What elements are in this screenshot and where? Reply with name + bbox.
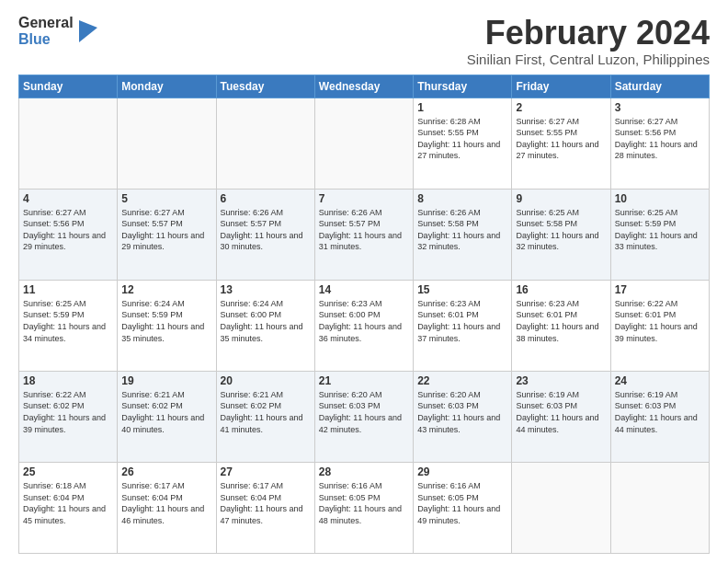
day-number: 20 [221,374,311,387]
day-info: Sunrise: 6:20 AMSunset: 6:03 PMDaylight:… [417,389,507,435]
day-number: 2 [516,101,606,114]
table-cell: 28Sunrise: 6:16 AMSunset: 6:05 PMDayligh… [314,462,413,553]
day-info: Sunrise: 6:27 AMSunset: 5:56 PMDaylight:… [23,207,113,253]
day-number: 25 [23,465,113,478]
day-number: 4 [23,192,113,205]
day-number: 19 [121,374,211,387]
day-info: Sunrise: 6:16 AMSunset: 6:05 PMDaylight:… [417,480,507,526]
calendar-table: Sunday Monday Tuesday Wednesday Thursday… [18,75,710,554]
day-info: Sunrise: 6:21 AMSunset: 6:02 PMDaylight:… [221,389,311,435]
header: General Blue February 2024 Sinilian Firs… [18,15,710,67]
table-cell: 29Sunrise: 6:16 AMSunset: 6:05 PMDayligh… [414,462,512,553]
table-cell: 19Sunrise: 6:21 AMSunset: 6:02 PMDayligh… [118,371,216,462]
table-cell: 7Sunrise: 6:26 AMSunset: 5:57 PMDaylight… [314,189,413,280]
col-header-tuesday: Tuesday [216,75,314,98]
day-info: Sunrise: 6:25 AMSunset: 5:59 PMDaylight:… [23,298,113,344]
day-number: 29 [417,465,507,478]
logo-general: General [18,15,74,31]
day-info: Sunrise: 6:18 AMSunset: 6:04 PMDaylight:… [23,480,113,526]
day-info: Sunrise: 6:17 AMSunset: 6:04 PMDaylight:… [121,480,211,526]
day-number: 3 [615,101,705,114]
day-info: Sunrise: 6:20 AMSunset: 6:03 PMDaylight:… [319,389,409,435]
table-cell: 5Sunrise: 6:27 AMSunset: 5:57 PMDaylight… [118,189,216,280]
table-cell: 1Sunrise: 6:28 AMSunset: 5:55 PMDaylight… [414,98,512,189]
day-number: 12 [121,283,211,296]
table-cell [314,98,413,189]
day-info: Sunrise: 6:27 AMSunset: 5:57 PMDaylight:… [121,207,211,253]
table-cell: 15Sunrise: 6:23 AMSunset: 6:01 PMDayligh… [414,280,512,371]
col-header-monday: Monday [118,75,216,98]
logo-blue: Blue [18,31,74,48]
day-info: Sunrise: 6:24 AMSunset: 6:00 PMDaylight:… [221,298,311,344]
table-cell: 17Sunrise: 6:22 AMSunset: 6:01 PMDayligh… [610,280,709,371]
svg-marker-0 [79,20,97,42]
logo-text: General Blue [18,15,74,47]
table-cell: 27Sunrise: 6:17 AMSunset: 6:04 PMDayligh… [216,462,314,553]
title-block: February 2024 Sinilian First, Central Lu… [467,15,710,67]
col-header-saturday: Saturday [610,75,709,98]
page: General Blue February 2024 Sinilian Firs… [0,0,728,563]
day-info: Sunrise: 6:25 AMSunset: 5:59 PMDaylight:… [615,207,705,253]
day-number: 28 [319,465,409,478]
day-number: 21 [319,374,409,387]
day-number: 10 [615,192,705,205]
day-number: 1 [417,101,507,114]
col-header-friday: Friday [512,75,610,98]
table-cell: 18Sunrise: 6:22 AMSunset: 6:02 PMDayligh… [19,371,118,462]
table-cell: 16Sunrise: 6:23 AMSunset: 6:01 PMDayligh… [512,280,610,371]
day-info: Sunrise: 6:19 AMSunset: 6:03 PMDaylight:… [615,389,705,435]
day-number: 9 [516,192,606,205]
day-info: Sunrise: 6:23 AMSunset: 6:01 PMDaylight:… [417,298,507,344]
calendar-header-row: Sunday Monday Tuesday Wednesday Thursday… [19,75,710,98]
table-cell [118,98,216,189]
day-number: 14 [319,283,409,296]
table-cell: 13Sunrise: 6:24 AMSunset: 6:00 PMDayligh… [216,280,314,371]
day-number: 15 [417,283,507,296]
title-month: February 2024 [467,15,710,52]
day-info: Sunrise: 6:22 AMSunset: 6:01 PMDaylight:… [615,298,705,344]
table-cell: 4Sunrise: 6:27 AMSunset: 5:56 PMDaylight… [19,189,118,280]
day-number: 5 [121,192,211,205]
day-number: 24 [615,374,705,387]
table-cell: 10Sunrise: 6:25 AMSunset: 5:59 PMDayligh… [610,189,709,280]
day-number: 7 [319,192,409,205]
table-cell [512,462,610,553]
table-cell: 12Sunrise: 6:24 AMSunset: 5:59 PMDayligh… [118,280,216,371]
table-cell: 9Sunrise: 6:25 AMSunset: 5:58 PMDaylight… [512,189,610,280]
table-cell: 23Sunrise: 6:19 AMSunset: 6:03 PMDayligh… [512,371,610,462]
calendar-week-4: 18Sunrise: 6:22 AMSunset: 6:02 PMDayligh… [19,371,710,462]
day-info: Sunrise: 6:27 AMSunset: 5:56 PMDaylight:… [615,116,705,162]
day-number: 8 [417,192,507,205]
day-number: 11 [23,283,113,296]
table-cell: 6Sunrise: 6:26 AMSunset: 5:57 PMDaylight… [216,189,314,280]
logo-icon [79,20,97,42]
table-cell: 24Sunrise: 6:19 AMSunset: 6:03 PMDayligh… [610,371,709,462]
day-info: Sunrise: 6:22 AMSunset: 6:02 PMDaylight:… [23,389,113,435]
table-cell: 21Sunrise: 6:20 AMSunset: 6:03 PMDayligh… [314,371,413,462]
day-number: 23 [516,374,606,387]
table-cell: 2Sunrise: 6:27 AMSunset: 5:55 PMDaylight… [512,98,610,189]
day-number: 27 [221,465,311,478]
calendar-week-1: 1Sunrise: 6:28 AMSunset: 5:55 PMDaylight… [19,98,710,189]
calendar-week-2: 4Sunrise: 6:27 AMSunset: 5:56 PMDaylight… [19,189,710,280]
day-info: Sunrise: 6:28 AMSunset: 5:55 PMDaylight:… [417,116,507,162]
day-info: Sunrise: 6:16 AMSunset: 6:05 PMDaylight:… [319,480,409,526]
day-info: Sunrise: 6:23 AMSunset: 6:00 PMDaylight:… [319,298,409,344]
table-cell [216,98,314,189]
col-header-sunday: Sunday [19,75,118,98]
table-cell: 25Sunrise: 6:18 AMSunset: 6:04 PMDayligh… [19,462,118,553]
day-number: 18 [23,374,113,387]
day-number: 17 [615,283,705,296]
table-cell: 3Sunrise: 6:27 AMSunset: 5:56 PMDaylight… [610,98,709,189]
day-info: Sunrise: 6:26 AMSunset: 5:57 PMDaylight:… [221,207,311,253]
day-info: Sunrise: 6:19 AMSunset: 6:03 PMDaylight:… [516,389,606,435]
table-cell: 8Sunrise: 6:26 AMSunset: 5:58 PMDaylight… [414,189,512,280]
calendar-week-5: 25Sunrise: 6:18 AMSunset: 6:04 PMDayligh… [19,462,710,553]
day-info: Sunrise: 6:21 AMSunset: 6:02 PMDaylight:… [121,389,211,435]
day-info: Sunrise: 6:26 AMSunset: 5:57 PMDaylight:… [319,207,409,253]
day-number: 16 [516,283,606,296]
day-info: Sunrise: 6:24 AMSunset: 5:59 PMDaylight:… [121,298,211,344]
col-header-wednesday: Wednesday [314,75,413,98]
table-cell [610,462,709,553]
table-cell: 20Sunrise: 6:21 AMSunset: 6:02 PMDayligh… [216,371,314,462]
